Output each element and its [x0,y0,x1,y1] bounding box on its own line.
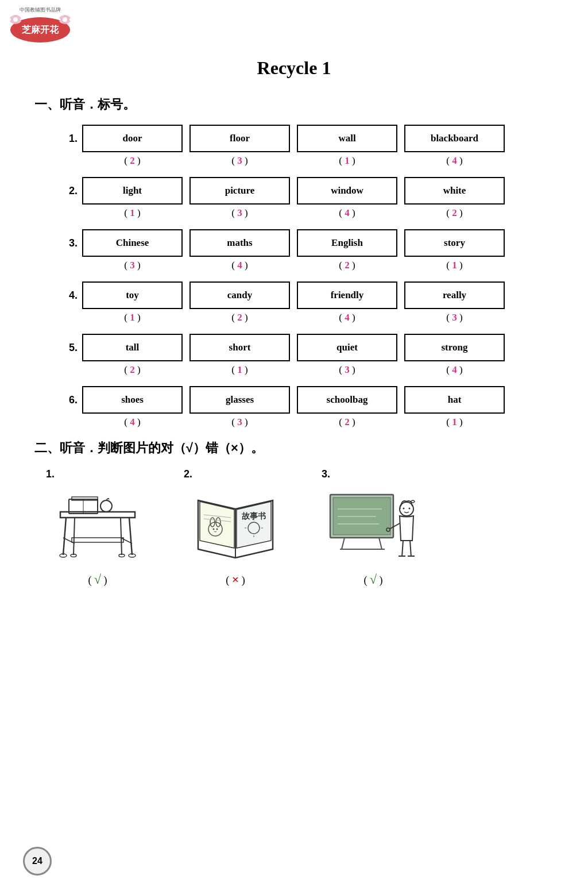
word-box-3-2: maths [189,229,290,257]
answer-num-3-2: 4 [237,260,242,271]
answer-num-4-2: 2 [237,312,242,323]
answer-cell-5-4: ( 4 ) [404,364,505,376]
check-mark-3: √ [370,572,377,587]
answer-cell-4-4: ( 3 ) [404,312,505,323]
section2: 二、听音．判断图片的对（√）错（×）。 1. [34,439,554,587]
svg-point-54 [403,508,405,510]
answers-4: ( 1 )( 2 )( 4 )( 3 ) [82,312,505,323]
desk-illustration [52,489,144,564]
word-box-1-1: door [82,125,183,152]
row-num-2: 2. [57,185,78,197]
answer-cell-1-3: ( 1 ) [297,155,397,167]
answer-cell-2-3: ( 4 ) [297,207,397,219]
svg-point-29 [119,554,125,557]
answer-num-1-2: 3 [237,155,242,166]
row-num-4: 4. [57,290,78,302]
answer-num-4-4: 3 [452,312,457,323]
answer-cell-4-2: ( 2 ) [189,312,290,323]
word-row-4: 4.toycandyfriendlyreally [57,281,554,309]
word-box-6-4: hat [404,386,505,414]
section1: 一、听音．标号。 1.doorfloorwallblackboard( 2 )(… [34,96,554,428]
answers-3: ( 3 )( 4 )( 2 )( 1 ) [82,260,505,271]
answer-row-5: ( 2 )( 1 )( 3 )( 4 ) [57,364,554,376]
logo-graphic: 芝麻开花 [9,13,72,44]
page-number-badge: 24 [23,847,52,876]
word-box-6-1: shoes [82,386,183,414]
row-num-5: 5. [57,342,78,354]
image-box-3 [322,486,425,566]
answer-cell-3-2: ( 4 ) [189,260,290,271]
board-illustration [327,489,419,564]
word-box-6-3: schoolbag [297,386,397,414]
answer-num-6-3: 2 [345,416,350,427]
image-item-1: 1. [46,468,149,587]
svg-line-59 [410,541,411,557]
word-box-6-2: glasses [189,386,290,414]
image-num-1: 1. [46,468,55,480]
svg-line-58 [402,541,403,557]
image-row: 1. [46,468,554,587]
svg-text:芝麻开花: 芝麻开花 [21,24,59,34]
word-row-3: 3.ChinesemathsEnglishstory [57,229,554,257]
answer-num-5-2: 1 [237,364,242,375]
word-box-2-2: picture [189,177,290,205]
word-box-4-2: candy [189,281,290,309]
answer-num-3-3: 2 [345,260,350,271]
svg-line-20 [129,518,132,555]
answer-cell-5-2: ( 1 ) [189,364,290,376]
word-boxes-2: lightpicturewindowwhite [82,177,505,205]
svg-point-28 [71,554,76,557]
word-box-1-4: blackboard [404,125,505,152]
answer-num-6-2: 3 [237,416,242,427]
word-box-5-3: quiet [297,334,397,361]
image-item-2: 2. 故事书 [184,468,287,587]
answers-6: ( 4 )( 3 )( 2 )( 1 ) [82,416,505,428]
answer-num-4-3: 4 [345,312,350,323]
answer-row-4: ( 1 )( 2 )( 4 )( 3 ) [57,312,554,323]
check-mark-1: √ [94,572,101,587]
answer-num-1-4: 4 [452,155,457,166]
word-boxes-3: ChinesemathsEnglishstory [82,229,505,257]
word-box-2-3: window [297,177,397,205]
svg-point-5 [63,17,67,22]
answer-cell-3-3: ( 2 ) [297,260,397,271]
answers-2: ( 1 )( 3 )( 4 )( 2 ) [82,207,505,219]
word-box-4-1: toy [82,281,183,309]
svg-line-22 [121,518,122,555]
answer-cell-6-2: ( 3 ) [189,416,290,428]
word-row-1: 1.doorfloorwallblackboard [57,125,554,152]
answer-num-3-4: 1 [452,260,457,271]
answer-row-1: ( 2 )( 3 )( 1 )( 4 ) [57,155,554,167]
svg-rect-25 [72,538,123,542]
word-box-2-1: light [82,177,183,205]
word-box-3-1: Chinese [82,229,183,257]
answer-check-2: ( × ) [226,572,245,587]
answer-check-1: ( √ ) [88,572,107,587]
answer-cell-4-3: ( 4 ) [297,312,397,323]
answer-cell-1-2: ( 3 ) [189,155,290,167]
svg-point-4 [13,17,18,22]
answer-num-5-3: 3 [345,364,350,375]
answer-num-2-2: 3 [237,207,242,218]
book-illustration: 故事书 [189,489,281,564]
answer-num-5-4: 4 [452,364,457,375]
page-number: 24 [32,856,42,866]
answer-cell-6-1: ( 4 ) [82,416,183,428]
word-box-4-3: friendly [297,281,397,309]
answer-num-1-3: 1 [345,155,350,166]
answer-num-2-4: 2 [452,207,457,218]
logo-top-text: 中国教辅图书品牌 [9,7,72,13]
answer-cell-5-1: ( 2 ) [82,364,183,376]
answer-row-6: ( 4 )( 3 )( 2 )( 1 ) [57,416,554,428]
row-num-1: 1. [57,133,78,145]
word-box-5-1: tall [82,334,183,361]
answer-cell-1-1: ( 2 ) [82,155,183,167]
answer-num-6-4: 1 [452,416,457,427]
answer-cell-2-1: ( 1 ) [82,207,183,219]
row-num-6: 6. [57,394,78,406]
svg-line-21 [74,518,75,555]
svg-point-40 [213,529,215,530]
word-box-2-4: white [404,177,505,205]
answer-cell-2-2: ( 3 ) [189,207,290,219]
answer-cell-6-3: ( 2 ) [297,416,397,428]
